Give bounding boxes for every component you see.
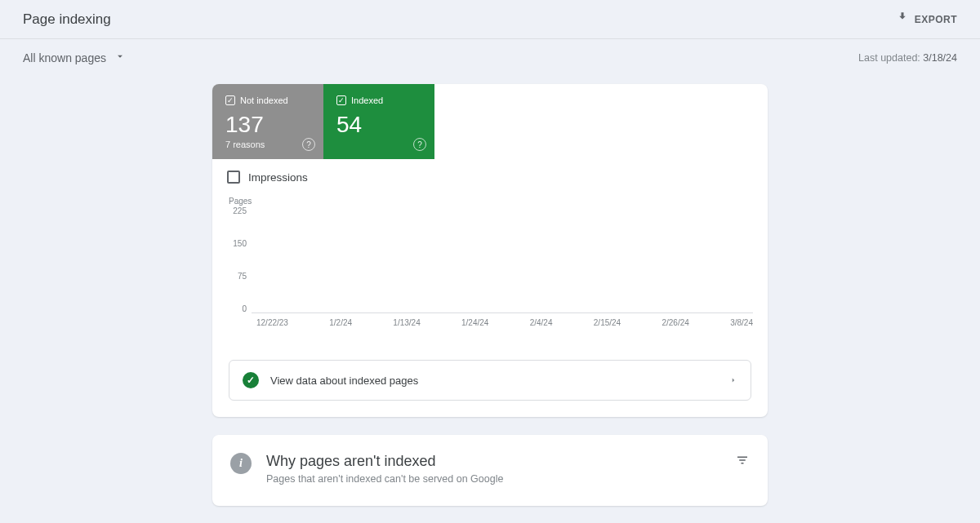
checkbox-unchecked-icon bbox=[227, 171, 240, 184]
indexing-card: Not indexed 137 7 reasons ? Indexed 54 ?… bbox=[212, 84, 768, 417]
content: Not indexed 137 7 reasons ? Indexed 54 ?… bbox=[0, 76, 980, 523]
page-header: Page indexing EXPORT bbox=[0, 0, 980, 39]
x-tick: 1/24/24 bbox=[461, 318, 488, 327]
x-tick: 1/13/24 bbox=[393, 318, 420, 327]
last-updated-prefix: Last updated: bbox=[858, 52, 923, 64]
x-tick: 2/26/24 bbox=[662, 318, 688, 327]
x-tick: 1/2/24 bbox=[329, 318, 352, 327]
checkbox-checked-icon bbox=[336, 95, 346, 105]
download-icon bbox=[895, 11, 910, 28]
tile-not-indexed-value: 137 bbox=[225, 112, 310, 138]
why-title: Why pages aren't indexed bbox=[266, 453, 720, 470]
x-tick: 2/4/24 bbox=[530, 318, 553, 327]
y-tick: 150 bbox=[233, 240, 247, 248]
tile-indexed[interactable]: Indexed 54 ? bbox=[323, 84, 434, 159]
last-updated-date: 3/18/24 bbox=[923, 52, 957, 64]
chart-y-axis: 225150750 bbox=[227, 207, 252, 313]
chevron-right-icon bbox=[729, 375, 737, 387]
tile-not-indexed[interactable]: Not indexed 137 7 reasons ? bbox=[212, 84, 323, 159]
help-icon[interactable]: ? bbox=[413, 138, 426, 151]
chart-bars[interactable] bbox=[252, 207, 753, 313]
tile-indexed-label: Indexed bbox=[351, 95, 383, 105]
checkmark-circle-icon bbox=[243, 372, 259, 388]
y-tick: 225 bbox=[233, 207, 247, 215]
export-label: EXPORT bbox=[915, 14, 957, 25]
checkbox-checked-icon bbox=[225, 95, 235, 105]
page-filter-label: All known pages bbox=[23, 51, 106, 64]
tile-not-indexed-label: Not indexed bbox=[240, 95, 288, 105]
tile-indexed-value: 54 bbox=[336, 112, 421, 138]
why-not-indexed-card: i Why pages aren't indexed Pages that ar… bbox=[212, 435, 768, 506]
page-title: Page indexing bbox=[23, 11, 111, 28]
y-tick: 0 bbox=[242, 305, 247, 313]
tile-not-indexed-sub: 7 reasons bbox=[225, 140, 310, 149]
x-tick: 3/8/24 bbox=[730, 318, 753, 327]
filter-list-icon[interactable] bbox=[735, 453, 750, 470]
export-button[interactable]: EXPORT bbox=[895, 11, 957, 28]
chevron-down-icon bbox=[114, 51, 126, 64]
impressions-toggle[interactable]: Impressions bbox=[212, 159, 768, 188]
x-tick: 2/15/24 bbox=[594, 318, 621, 327]
impressions-label: Impressions bbox=[248, 171, 308, 184]
chart: Pages 225150750 12/22/231/2/241/13/241/2… bbox=[212, 188, 768, 342]
why-subtitle: Pages that aren't indexed can't be serve… bbox=[266, 473, 720, 485]
y-tick: 75 bbox=[238, 273, 247, 281]
last-updated: Last updated: 3/18/24 bbox=[858, 52, 957, 64]
x-tick: 12/22/23 bbox=[256, 318, 288, 327]
help-icon[interactable]: ? bbox=[302, 138, 315, 151]
chart-y-label: Pages bbox=[229, 197, 753, 206]
view-indexed-pages-link[interactable]: View data about indexed pages bbox=[229, 360, 751, 401]
page-filter-dropdown[interactable]: All known pages bbox=[23, 51, 126, 64]
toolbar: All known pages Last updated: 3/18/24 bbox=[0, 39, 980, 76]
info-icon: i bbox=[230, 453, 252, 474]
why-not-indexed-text: Why pages aren't indexed Pages that aren… bbox=[266, 453, 720, 485]
chart-x-axis: 12/22/231/2/241/13/241/24/242/4/242/15/2… bbox=[256, 318, 753, 327]
status-tiles: Not indexed 137 7 reasons ? Indexed 54 ? bbox=[212, 84, 768, 159]
view-indexed-pages-label: View data about indexed pages bbox=[270, 375, 718, 387]
